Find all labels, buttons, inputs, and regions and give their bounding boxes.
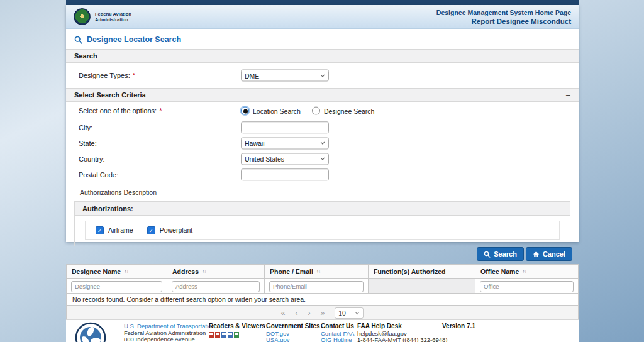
filter-address-input[interactable] <box>172 281 260 292</box>
site-footer: U.S. Department of Transportation Federa… <box>66 319 579 342</box>
oig-hotline-link[interactable]: OIG Hotline <box>321 337 354 342</box>
chevron-down-icon <box>320 73 325 78</box>
postal-code-input[interactable] <box>241 168 329 180</box>
checkbox-airframe[interactable]: Airframe <box>96 226 133 234</box>
search-section-label: Search <box>74 52 97 60</box>
authorizations-options: Airframe Powerplant <box>85 221 560 240</box>
country-select[interactable]: United States <box>241 153 329 165</box>
required-asterisk: * <box>159 107 162 114</box>
rows-per-page-select[interactable]: 10 <box>335 307 364 319</box>
radio-location-search[interactable]: Location Search <box>241 107 301 115</box>
search-icon <box>74 36 82 44</box>
readers-viewers-header: Readers & Viewers <box>209 323 265 330</box>
state-value: Hawaii <box>245 140 320 147</box>
postal-code-row: Postal Code: <box>66 167 579 182</box>
readers-viewers-icons <box>209 332 265 338</box>
checkbox-checked-icon[interactable] <box>96 226 104 234</box>
footer-version: Version 7.1 <box>442 323 475 330</box>
filter-phone-email-input[interactable] <box>269 281 364 292</box>
search-section-header: Search <box>66 49 579 63</box>
state-select[interactable]: Hawaii <box>241 137 329 149</box>
help-desk-phone: 1-844-FAA-MyIT ((844) 322-6948) <box>357 337 447 342</box>
chevron-down-icon <box>355 311 360 316</box>
col-label: Phone / Email <box>270 268 313 275</box>
link-dms-home[interactable]: Designee Management System Home Page <box>436 9 571 16</box>
main-card: Federal Aviation Administration Designee… <box>66 5 579 242</box>
dept-of-transportation-link[interactable]: U.S. Department of Transportation <box>124 323 215 330</box>
search-icon <box>484 251 491 258</box>
first-page-button[interactable]: « <box>281 309 286 317</box>
chevron-down-icon <box>320 157 325 162</box>
designee-types-select[interactable]: DME <box>241 70 329 82</box>
designee-types-value: DME <box>245 72 320 79</box>
search-type-radio-group: Location Search Designee Search <box>241 107 374 115</box>
authorizations-description-link[interactable]: Authorizations Description <box>80 189 157 196</box>
rows-per-page-value: 10 <box>338 309 346 317</box>
government-sites-header: Government Sites <box>266 323 320 330</box>
sort-icon[interactable]: ↑↓ <box>522 268 526 275</box>
contact-us-header: Contact Us <box>321 323 354 330</box>
options-label: Select one of the options:* <box>79 107 162 114</box>
col-label: Designee Name <box>72 268 121 275</box>
col-office-name[interactable]: Office Name ↑↓ <box>475 265 578 278</box>
footer-help-desk: FAA Help Desk helpdesk@faa.gov 1-844-FAA… <box>357 323 447 342</box>
pdf-reader-icon[interactable] <box>209 332 214 338</box>
faa-seal-logo[interactable] <box>74 8 91 25</box>
radio-button-selected[interactable] <box>241 107 249 115</box>
col-phone-email[interactable]: Phone / Email ↑↓ <box>265 265 369 278</box>
radio-designee-search[interactable]: Designee Search <box>312 107 375 115</box>
footer-government-sites: Government Sites DOT.gov USA.gov Plainla… <box>266 323 320 342</box>
results-table: Designee Name ↑↓ Address ↑↓ Phone / Emai… <box>66 264 579 321</box>
home-icon <box>533 251 540 258</box>
next-page-button[interactable]: › <box>308 309 311 317</box>
footer-contact-us: Contact Us Contact FAA OIG Hotline FOIA <box>321 323 354 342</box>
city-input[interactable] <box>241 121 329 133</box>
search-button[interactable]: Search <box>477 247 524 261</box>
last-page-button[interactable]: » <box>321 309 325 317</box>
pdf-reader-icon[interactable] <box>215 332 220 338</box>
usa-gov-link[interactable]: USA.gov <box>266 337 320 342</box>
authorizations-box: Authorizations: Airframe Powerplant <box>74 201 570 246</box>
col-label: Function(s) Authorized <box>374 268 446 275</box>
cancel-button-label: Cancel <box>543 250 565 258</box>
options-row: Select one of the options:* Location Sea… <box>66 102 579 119</box>
radio-button-unselected[interactable] <box>312 107 320 115</box>
designee-types-label: Designee Types:* <box>79 72 135 79</box>
checkbox-powerplant[interactable]: Powerplant <box>147 226 193 234</box>
filter-office-input[interactable] <box>480 281 574 292</box>
sort-icon[interactable]: ↑↓ <box>316 268 321 275</box>
col-label: Office Name <box>480 268 519 275</box>
country-value: United States <box>245 155 320 163</box>
cancel-button[interactable]: Cancel <box>526 247 572 261</box>
prev-page-button[interactable]: ‹ <box>296 309 298 317</box>
word-viewer-icon[interactable] <box>221 332 226 338</box>
filter-designee-input[interactable] <box>71 281 162 292</box>
agency-line1: Federal Aviation <box>95 11 131 17</box>
sort-icon[interactable]: ↑↓ <box>202 268 206 275</box>
country-row: Country: United States <box>66 151 579 167</box>
footer-readers-viewers: Readers & Viewers <box>209 323 265 338</box>
excel-viewer-icon[interactable] <box>234 332 239 338</box>
col-designee-name[interactable]: Designee Name ↑↓ <box>67 265 167 278</box>
required-asterisk: * <box>133 72 135 79</box>
table-filter-row <box>67 279 578 294</box>
city-label: City: <box>79 124 92 131</box>
header-nav: Designee Management System Home Page Rep… <box>436 9 571 25</box>
criteria-section-label: Select Search Criteria <box>74 91 146 99</box>
criteria-section-header: Select Search Criteria − <box>66 88 579 102</box>
powerplant-label: Powerplant <box>160 226 193 234</box>
col-address[interactable]: Address ↑↓ <box>167 265 265 278</box>
country-label: Country: <box>79 155 105 163</box>
page-title-row: Designee Locator Search <box>66 29 579 49</box>
doc-viewer-icon[interactable] <box>228 332 233 338</box>
table-header-row: Designee Name ↑↓ Address ↑↓ Phone / Emai… <box>67 265 578 279</box>
checkbox-checked-icon[interactable] <box>147 226 155 234</box>
site-header: Federal Aviation Administration Designee… <box>66 5 579 29</box>
sort-icon[interactable]: ↑↓ <box>124 268 128 275</box>
top-navy-strip <box>66 0 579 5</box>
collapse-minus-icon[interactable]: − <box>565 91 570 99</box>
link-report-misconduct[interactable]: Report Designee Misconduct <box>436 18 571 25</box>
empty-message: No records found. Consider a different s… <box>72 295 306 303</box>
page: Federal Aviation Administration Designee… <box>0 0 644 342</box>
page-title: Designee Locator Search <box>87 35 181 44</box>
